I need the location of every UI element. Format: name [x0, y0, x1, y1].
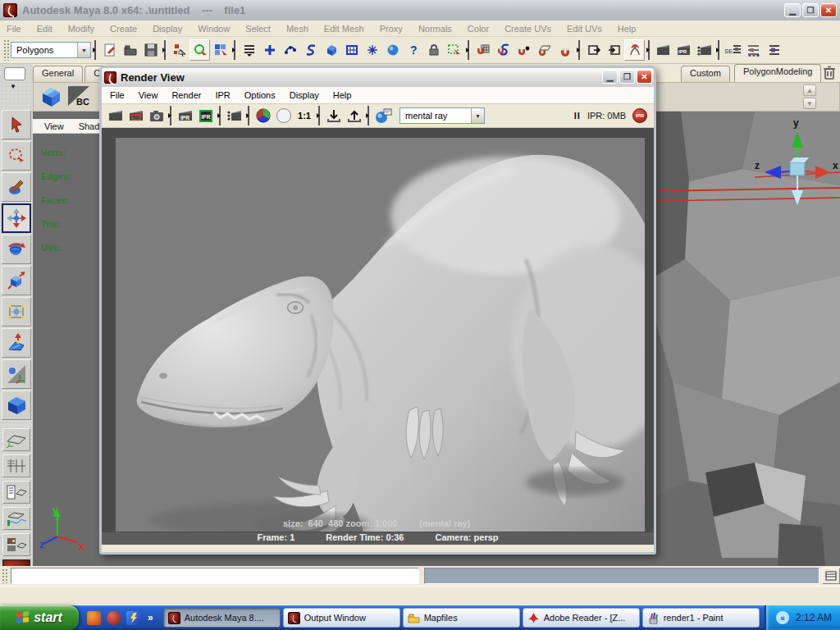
snap-mode-mask-icon[interactable]: [239, 39, 259, 61]
show-channel-box-icon[interactable]: [764, 39, 784, 61]
rv-menu-file[interactable]: File: [110, 90, 125, 100]
ipr-stop-icon[interactable]: IPR: [632, 108, 647, 123]
task-mapfiles-folder[interactable]: Mapfiles: [403, 608, 520, 628]
mask-points-icon[interactable]: [259, 39, 280, 61]
mask-parm-points-icon[interactable]: [280, 39, 300, 61]
rotate-tool[interactable]: [2, 235, 31, 264]
layout-single-pane-button[interactable]: [2, 428, 30, 451]
remove-image-icon[interactable]: [344, 105, 364, 126]
script-editor-icon[interactable]: [822, 568, 840, 584]
menu-help[interactable]: Help: [618, 24, 637, 34]
chevron-down-icon[interactable]: ▼: [10, 83, 16, 90]
task-render1-paint[interactable]: render1 - Paint: [642, 608, 760, 628]
select-hierarchy-icon[interactable]: [169, 39, 189, 61]
rv-menu-display[interactable]: Display: [290, 90, 319, 100]
snap-point-icon[interactable]: [514, 39, 534, 61]
toolbar-collapse-handle[interactable]: [465, 39, 472, 62]
toolbar-collapse-handle[interactable]: [715, 39, 722, 62]
shelf-tab-polygonmodeling[interactable]: PolygonModeling: [734, 64, 821, 82]
close-button[interactable]: ✕: [820, 3, 837, 17]
close-button[interactable]: ✕: [637, 70, 652, 84]
new-scene-icon[interactable]: [99, 39, 120, 61]
tray-chevron-icon[interactable]: «: [776, 611, 789, 624]
open-scene-icon[interactable]: [120, 39, 140, 61]
trash-icon[interactable]: [822, 64, 837, 80]
menu-edit[interactable]: Edit: [37, 24, 52, 34]
keep-image-icon[interactable]: [323, 105, 344, 126]
menu-select[interactable]: Select: [245, 24, 271, 34]
toolbar-collapse-handle[interactable]: [167, 104, 174, 127]
menu-display[interactable]: Display: [153, 24, 182, 34]
show-manipulator-tool[interactable]: [2, 359, 31, 389]
task-adobe-reader[interactable]: Adobe Reader - [Z...: [523, 608, 640, 628]
mask-misc-icon[interactable]: ?: [403, 39, 423, 61]
construction-history-icon[interactable]: [624, 39, 645, 61]
toolbar-collapse-handle[interactable]: [316, 104, 322, 127]
universal-manipulator-tool[interactable]: [2, 297, 31, 326]
menu-file[interactable]: File: [7, 24, 21, 34]
select-tool[interactable]: [2, 110, 31, 139]
mask-lines-icon[interactable]: [300, 39, 321, 61]
minimize-button[interactable]: ▁: [784, 3, 801, 17]
alpha-channel-icon[interactable]: [273, 105, 294, 126]
rendered-image[interactable]: size: 640 480 zoom: 1.000 (mental ray): [116, 138, 645, 532]
toolbar-collapse-handle[interactable]: [92, 39, 98, 62]
snapshot-icon[interactable]: [146, 105, 167, 126]
toolbar-collapse-handle[interactable]: [365, 104, 372, 127]
ipr-render-icon[interactable]: IPR: [175, 105, 195, 126]
render-settings-icon[interactable]: [224, 105, 244, 126]
shelf-tab-general[interactable]: General: [33, 66, 83, 82]
task-autodesk-maya[interactable]: Autodesk Maya 8....: [163, 608, 281, 628]
redo-previous-render-icon[interactable]: [105, 105, 126, 126]
rv-menu-help[interactable]: Help: [333, 90, 352, 100]
output-connections-icon[interactable]: [604, 39, 624, 61]
toolbar-collapse-handle[interactable]: [646, 39, 652, 62]
snap-grid-icon[interactable]: [472, 39, 493, 61]
mask-deformations-icon[interactable]: [341, 39, 362, 61]
shelf-scroll-down-icon[interactable]: ▼: [803, 98, 816, 109]
selection-mode-selector[interactable]: Polygons ▼: [11, 42, 91, 58]
quick-launch-icon-1[interactable]: [87, 611, 101, 625]
menu-edit-uvs[interactable]: Edit UVs: [567, 24, 602, 34]
ipr-render-icon[interactable]: IPR: [673, 39, 694, 61]
refresh-ipr-region-icon[interactable]: IPR: [195, 105, 216, 126]
command-input[interactable]: [11, 568, 419, 584]
toolbar-collapse-handle[interactable]: [231, 39, 238, 62]
task-output-window[interactable]: Output Window: [283, 608, 400, 628]
toolbar-collapse-handle[interactable]: [245, 104, 252, 127]
save-scene-icon[interactable]: [140, 39, 161, 61]
input-connections-icon[interactable]: [583, 39, 604, 61]
ratio-1to1-icon[interactable]: 1:1: [294, 105, 315, 126]
shelf-scroll-up-icon[interactable]: ▲: [803, 84, 816, 96]
shelf-item-bc-icon[interactable]: BC: [65, 84, 93, 110]
menu-normals[interactable]: Normals: [418, 24, 452, 34]
scale-tool[interactable]: [2, 266, 31, 295]
minimize-button[interactable]: ▁: [602, 70, 618, 84]
menu-create[interactable]: Create: [110, 24, 137, 34]
rv-menu-render[interactable]: Render: [171, 90, 201, 100]
chevron-down-icon[interactable]: ▼: [471, 108, 484, 123]
toolbar-collapse-handle[interactable]: [576, 39, 582, 62]
menu-create-uvs[interactable]: Create UVs: [504, 24, 551, 34]
rgb-channels-icon[interactable]: [253, 105, 273, 126]
layout-four-pane-button[interactable]: [2, 454, 30, 477]
layout-persp-graph-button[interactable]: [2, 507, 30, 530]
quick-launch-more-chevron[interactable]: »: [148, 612, 153, 623]
render-current-frame-icon[interactable]: [653, 39, 673, 61]
menu-modify[interactable]: Modify: [68, 24, 94, 34]
renderer-selector[interactable]: mental ray ▼: [399, 107, 485, 124]
snap-curve-icon[interactable]: [493, 39, 514, 61]
move-tool[interactable]: [2, 203, 31, 233]
toolbar-collapse-handle[interactable]: [162, 39, 168, 62]
toolbar-grip[interactable]: [3, 39, 9, 61]
show-attribute-editor-icon[interactable]: SE: [723, 39, 743, 61]
quick-launch-icon-2[interactable]: [107, 611, 121, 625]
quick-launch-icon-3[interactable]: [126, 611, 140, 625]
maximize-button[interactable]: ❐: [619, 70, 635, 84]
select-object-icon[interactable]: [189, 39, 210, 61]
menu-window[interactable]: Window: [198, 24, 230, 34]
layout-hypershade-persp-button[interactable]: [2, 533, 30, 556]
rv-menu-options[interactable]: Options: [244, 90, 276, 100]
soft-modification-tool[interactable]: [2, 328, 31, 358]
layout-outliner-persp-button[interactable]: [2, 481, 30, 504]
